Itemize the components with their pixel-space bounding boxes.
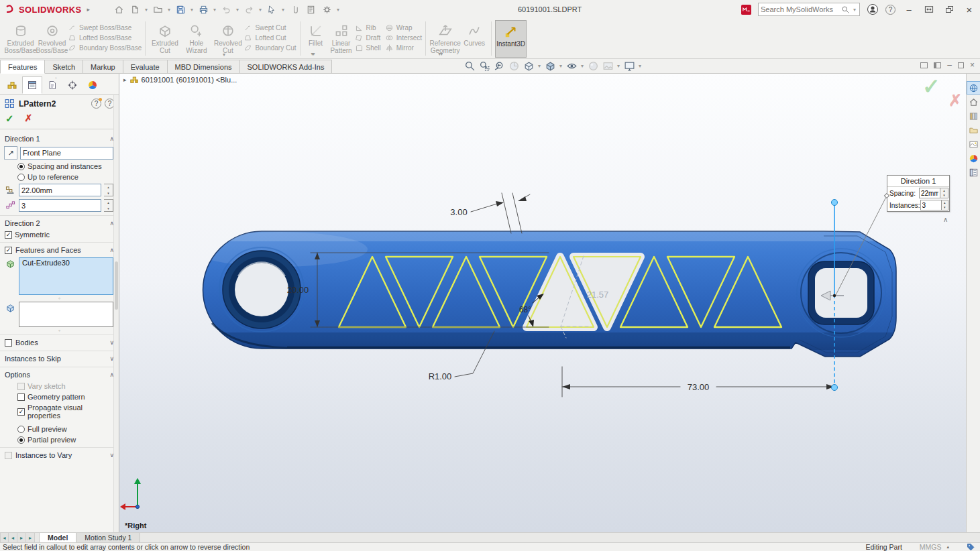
tags-icon[interactable] (967, 543, 975, 551)
features-faces-checkbox[interactable]: ✓ (5, 247, 12, 254)
tab-mbd-dimensions[interactable]: MBD Dimensions (167, 60, 240, 73)
solidworks-resources-icon[interactable] (967, 82, 980, 94)
fullscreen-button[interactable] (922, 3, 936, 16)
pm-scrollbar-thumb[interactable] (115, 261, 118, 310)
undo-button[interactable] (219, 2, 233, 17)
view-orientation-caret-icon[interactable]: ▾ (537, 63, 542, 69)
linear-pattern-caret-icon[interactable]: ▾ (313, 50, 315, 58)
units-caret-icon[interactable]: ▴ (946, 544, 949, 550)
model-tab[interactable]: Model (39, 533, 76, 542)
options-caret-icon[interactable]: ▾ (335, 7, 341, 13)
mirror-button[interactable]: Mirror (385, 43, 422, 53)
tree-expand-icon[interactable]: ▸ (123, 76, 127, 83)
spin-down-icon[interactable]: ▾ (104, 206, 113, 212)
list-item[interactable]: Cut-Extrude30 (22, 259, 70, 267)
spacing-instances-radio-row[interactable]: Spacing and instances (0, 161, 119, 172)
spacing-instances-radio[interactable] (17, 163, 25, 170)
spin-down-icon[interactable]: ▾ (942, 205, 948, 210)
display-style-caret-icon[interactable]: ▾ (558, 63, 563, 69)
swept-boss-button[interactable]: Swept Boss/Base (68, 23, 142, 33)
hide-show-caret-icon[interactable]: ▾ (580, 63, 585, 69)
instances-to-vary-section-header[interactable]: Instances to Vary ∨ (0, 447, 119, 461)
restore-pane-icon[interactable] (958, 62, 964, 68)
tree-root-label[interactable]: 60191001 (60191001) <Blu... (142, 76, 237, 84)
open-button[interactable] (150, 2, 165, 17)
spacing-spinner[interactable]: ▴ ▾ (104, 184, 113, 196)
solidworks-logo[interactable]: SOLIDWORKS ▸ (5, 5, 90, 15)
save-button[interactable] (173, 2, 188, 17)
view-settings-icon[interactable] (622, 60, 636, 72)
reverse-direction-button[interactable]: ↗ (4, 146, 17, 160)
last-study-button[interactable]: ▸ (26, 533, 35, 542)
features-to-pattern-list[interactable]: Cut-Extrude30 (19, 257, 113, 295)
tab-markup[interactable]: Markup (83, 60, 123, 73)
home-pane-icon[interactable] (967, 96, 980, 108)
lofted-cut-button[interactable]: Lofted Cut (243, 33, 296, 43)
attachment-button[interactable] (287, 2, 302, 17)
tab-solidworks-addins[interactable]: SOLIDWORKS Add-Ins (239, 60, 333, 73)
appearances-scenes-icon[interactable] (967, 152, 980, 164)
apply-scene-icon[interactable] (601, 60, 614, 72)
extruded-cut-button[interactable]: Extruded Cut (149, 20, 180, 54)
revolved-cut-button[interactable]: Revolved Cut (212, 20, 243, 54)
lofted-boss-button[interactable]: Lofted Boss/Base (68, 33, 142, 43)
zoom-to-fit-icon[interactable] (463, 60, 476, 72)
close-pane-icon[interactable]: × (970, 60, 975, 70)
direction1-callout[interactable]: Direction 1 Spacing: ▴ ▾ Instances: ▴ ▾ (887, 175, 950, 212)
geometry-pattern-checkbox[interactable] (17, 393, 25, 401)
scene-caret-icon[interactable]: ▾ (616, 63, 621, 69)
split-pane-icon[interactable] (934, 62, 941, 68)
draft-button[interactable]: Draft (355, 33, 381, 43)
bodies-section-header[interactable]: Bodies ∨ (0, 334, 119, 349)
view-palette-icon[interactable] (967, 138, 980, 150)
spin-down-icon[interactable]: ▾ (940, 193, 948, 198)
callout-collapse-icon[interactable]: ∧ (943, 216, 948, 223)
partial-preview-row[interactable]: Partial preview (0, 434, 119, 445)
design-library-icon[interactable] (967, 110, 980, 122)
tab-sketch[interactable]: Sketch (44, 60, 83, 73)
up-to-reference-radio[interactable] (17, 174, 25, 181)
previous-view-icon[interactable] (492, 60, 506, 72)
file-explorer-icon[interactable] (967, 124, 980, 136)
faces-to-pattern-list[interactable] (19, 302, 113, 327)
tab-property-manager[interactable] (22, 76, 42, 94)
new-document-button[interactable] (127, 2, 142, 17)
print-button[interactable] (196, 2, 211, 17)
quick-tips-icon[interactable]: ? (91, 99, 101, 109)
units-label[interactable]: MMGS (920, 543, 942, 551)
swept-cut-button[interactable]: Swept Cut (243, 23, 296, 33)
cut-group-caret-icon[interactable]: ▾ (223, 52, 225, 58)
display-style-icon[interactable] (543, 60, 557, 72)
boundary-boss-button[interactable]: Boundary Boss/Base (68, 43, 142, 53)
direction1-section-header[interactable]: Direction 1 ∧ (0, 131, 119, 145)
spin-up-icon[interactable]: ▴ (104, 200, 113, 206)
spin-up-icon[interactable]: ▴ (104, 184, 113, 190)
tab-display-manager[interactable] (83, 76, 103, 94)
view-settings-caret-icon[interactable]: ▾ (637, 63, 643, 69)
view-orientation-icon[interactable] (522, 60, 535, 72)
instant3d-button[interactable]: Instant3D (495, 20, 527, 58)
instances-spinner[interactable]: ▴ ▾ (104, 199, 113, 212)
revolved-boss-button[interactable]: Revolved Boss/Base (36, 20, 68, 54)
panel-grip-icon[interactable]: ◦ (55, 75, 57, 81)
instances-input[interactable] (19, 199, 101, 212)
zoom-to-area-icon[interactable] (478, 60, 491, 72)
callout-spacing-input[interactable] (919, 188, 940, 198)
search-caret-icon[interactable]: ▾ (852, 7, 857, 13)
section-view-icon[interactable] (507, 60, 521, 72)
instances-to-skip-section-header[interactable]: Instances to Skip ∨ (0, 351, 119, 365)
callout-instances-spinner[interactable]: ▴ ▾ (942, 200, 948, 210)
curves-button[interactable]: Curves ▾ (461, 20, 488, 47)
open-caret-icon[interactable]: ▾ (166, 7, 172, 13)
minimize-button[interactable]: – (902, 3, 916, 16)
full-preview-row[interactable]: Full preview (0, 424, 119, 434)
next-study-button[interactable]: ▸ (17, 533, 26, 542)
ok-button[interactable]: ✓ (5, 113, 14, 125)
callout-spacing-spinner[interactable]: ▴ ▾ (940, 188, 948, 198)
extruded-boss-button[interactable]: Extruded Boss/Base (5, 20, 36, 54)
graphics-viewport[interactable]: 20.00 3.00 (119, 74, 966, 532)
minimize-pane-icon[interactable]: – (947, 60, 952, 70)
select-caret-icon[interactable]: ▾ (280, 7, 286, 13)
tab-evaluate[interactable]: Evaluate (123, 60, 168, 73)
direction2-section-header[interactable]: Direction 2 ∧ (0, 215, 119, 229)
